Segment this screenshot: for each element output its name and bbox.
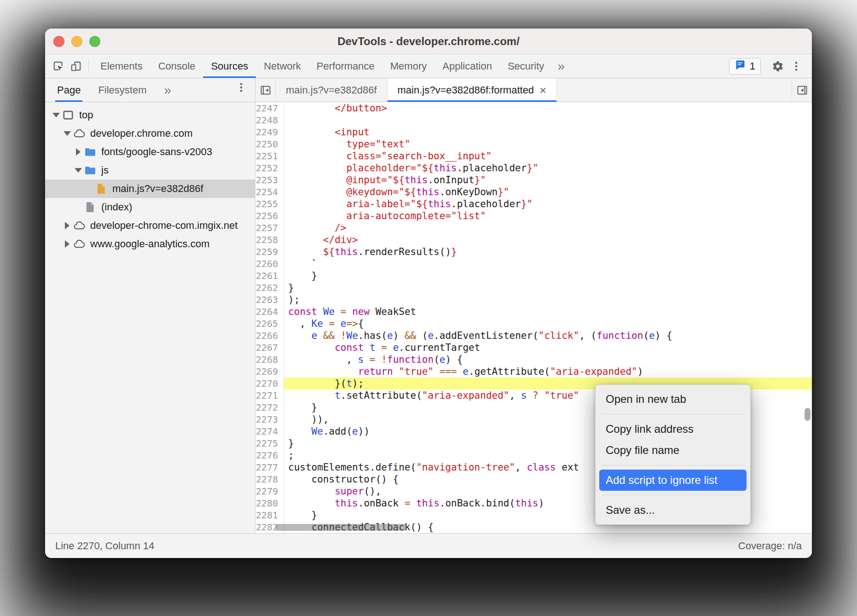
line-number[interactable]: 2254	[255, 186, 284, 198]
editor-tab-main-js-v-e382d86f[interactable]: main.js?v=e382d86f	[276, 78, 388, 102]
tree-right-arrow-icon[interactable]	[73, 148, 84, 156]
close-tab-icon[interactable]: ×	[539, 84, 546, 96]
code-line[interactable]: 2263);	[255, 294, 812, 306]
tree-right-arrow-icon[interactable]	[62, 240, 73, 248]
line-number[interactable]: 2272	[255, 401, 284, 413]
panel-tab-elements[interactable]: Elements	[93, 54, 151, 78]
code-line[interactable]: 2247 </button>	[255, 102, 812, 114]
tree-down-arrow-icon[interactable]	[73, 168, 84, 173]
code-line[interactable]: 2267 const t = e.currentTarget	[255, 342, 812, 354]
panel-tab-performance[interactable]: Performance	[309, 54, 382, 78]
line-number[interactable]: 2273	[255, 413, 284, 425]
kebab-menu-icon[interactable]	[787, 57, 805, 76]
line-number[interactable]: 2262	[255, 282, 284, 294]
more-navigator-tabs-icon[interactable]: »	[162, 78, 174, 102]
device-toolbar-icon[interactable]	[67, 54, 85, 78]
line-number[interactable]: 2279	[255, 485, 284, 497]
code-line[interactable]: 2257 />	[255, 222, 812, 234]
line-number[interactable]: 2278	[255, 473, 284, 485]
line-number[interactable]: 2256	[255, 210, 284, 222]
code-line[interactable]: 2253 @input="${this.onInput}"	[255, 174, 812, 186]
tree-item-developer-chrome-com[interactable]: developer.chrome.com	[45, 124, 255, 143]
issues-counter-button[interactable]: 1	[729, 58, 761, 75]
line-number[interactable]: 2270	[255, 378, 284, 389]
code-line[interactable]: 2261 }	[255, 270, 812, 282]
code-line[interactable]: 2268 , s = !function(e) {	[255, 354, 812, 366]
code-line[interactable]: 2250 type="text"	[255, 138, 812, 150]
kebab-menu-icon[interactable]	[232, 78, 250, 97]
menu-item-copy-file-name[interactable]: Copy file name	[596, 440, 750, 461]
code-line[interactable]: 2254 @keydown="${this.onKeyDown}"	[255, 186, 812, 198]
panel-tab-security[interactable]: Security	[500, 54, 552, 78]
tree-item-fonts-google-sans-v2003[interactable]: fonts/google-sans-v2003	[45, 143, 255, 161]
line-number[interactable]: 2255	[255, 198, 284, 210]
collapse-sidebar-icon[interactable]	[255, 78, 276, 102]
settings-gear-icon[interactable]	[769, 57, 787, 76]
tree-item-index[interactable]: (index)	[45, 198, 255, 216]
line-number[interactable]: 2260	[255, 258, 284, 270]
code-line[interactable]: 2256 aria-autocomplete="list"	[255, 210, 812, 222]
line-number[interactable]: 2281	[255, 509, 284, 521]
line-number[interactable]: 2274	[255, 425, 284, 437]
inspect-icon[interactable]	[50, 54, 67, 78]
tree-item-js[interactable]: js	[45, 161, 255, 180]
tree-item-developer-chrome-com-imgix-net[interactable]: developer-chrome-com.imgix.net	[45, 216, 255, 235]
navigator-tab-filesystem[interactable]: Filesystem	[96, 78, 148, 102]
line-number[interactable]: 2280	[255, 497, 284, 509]
tree-down-arrow-icon[interactable]	[51, 113, 62, 117]
tree-down-arrow-icon[interactable]	[62, 131, 73, 136]
code-line[interactable]: 2255 aria-label="${this.placeholder}"	[255, 198, 812, 210]
tree-right-arrow-icon[interactable]	[62, 222, 73, 229]
line-number[interactable]: 2267	[255, 342, 284, 354]
line-number[interactable]: 2266	[255, 330, 284, 342]
line-number[interactable]: 2249	[255, 126, 284, 138]
code-line[interactable]: 2259 ${this.renderResults()}	[255, 246, 812, 258]
horizontal-scrollbar-thumb[interactable]	[275, 524, 407, 531]
panel-tab-network[interactable]: Network	[256, 54, 309, 78]
line-number[interactable]: 2253	[255, 174, 284, 186]
more-panels-icon[interactable]: »	[552, 54, 570, 78]
line-number[interactable]: 2271	[255, 389, 284, 401]
line-number[interactable]: 2258	[255, 234, 284, 246]
line-number[interactable]: 2276	[255, 449, 284, 461]
vertical-scrollbar-thumb[interactable]	[805, 408, 811, 421]
panel-tab-memory[interactable]: Memory	[382, 54, 434, 78]
code-line[interactable]: 2262}	[255, 282, 812, 294]
code-line[interactable]: 2251 class="search-box__input"	[255, 150, 812, 162]
code-line[interactable]: 2264const We = new WeakSet	[255, 306, 812, 318]
line-number[interactable]: 2247	[255, 102, 284, 114]
dock-right-icon[interactable]	[792, 78, 812, 102]
panel-tab-application[interactable]: Application	[434, 54, 500, 78]
line-number[interactable]: 2248	[255, 114, 284, 126]
line-number[interactable]: 2250	[255, 138, 284, 150]
panel-tab-sources[interactable]: Sources	[203, 54, 256, 78]
code-line[interactable]: 2248	[255, 114, 812, 126]
editor-tab-main-js-v-e382d86f-formatted[interactable]: main.js?v=e382d86f:formatted×	[388, 78, 557, 102]
navigator-tab-page[interactable]: Page	[55, 78, 82, 102]
line-number[interactable]: 2264	[255, 306, 284, 318]
tree-item-www-google-analytics-com[interactable]: www.google-analytics.com	[45, 235, 255, 253]
code-line[interactable]: 2266 e && !We.has(e) && (e.addEventListe…	[255, 330, 812, 342]
line-number[interactable]: 2265	[255, 318, 284, 330]
menu-item-add-script-to-ignore-list[interactable]: Add script to ignore list	[599, 470, 747, 491]
line-number[interactable]: 2275	[255, 437, 284, 449]
line-number[interactable]: 2252	[255, 162, 284, 174]
line-number[interactable]: 2268	[255, 354, 284, 366]
line-number[interactable]: 2277	[255, 461, 284, 473]
code-line[interactable]: 2252 placeholder="${this.placeholder}"	[255, 162, 812, 174]
panel-tab-console[interactable]: Console	[151, 54, 203, 78]
menu-item-save-as[interactable]: Save as...	[596, 500, 750, 521]
line-number[interactable]: 2263	[255, 294, 284, 306]
tree-item-top[interactable]: top	[45, 106, 255, 124]
line-number[interactable]: 2259	[255, 246, 284, 258]
menu-item-open-in-new-tab[interactable]: Open in new tab	[596, 389, 750, 410]
line-number[interactable]: 2251	[255, 150, 284, 162]
code-line[interactable]: 2269 return "true" === e.getAttribute("a…	[255, 366, 812, 378]
code-line[interactable]: 2260 `	[255, 258, 812, 270]
code-line[interactable]: 2249 <input	[255, 126, 812, 138]
line-number[interactable]: 2261	[255, 270, 284, 282]
menu-item-copy-link-address[interactable]: Copy link address	[596, 418, 750, 440]
code-line[interactable]: 2258 </div>	[255, 234, 812, 246]
code-line[interactable]: 2265 , Ke = e=>{	[255, 318, 812, 330]
line-number[interactable]: 2257	[255, 222, 284, 234]
